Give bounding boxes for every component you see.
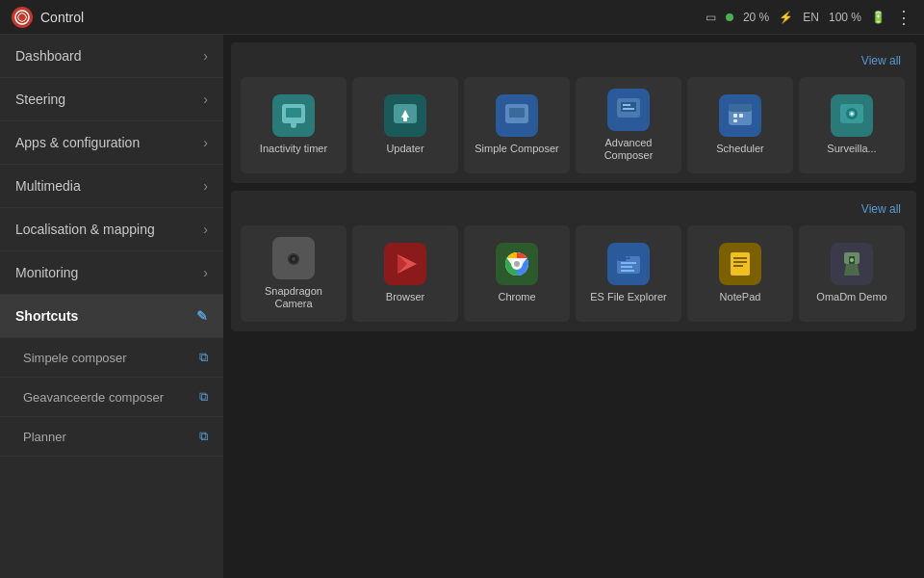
- battery-full-percent: 100 %: [829, 11, 861, 24]
- app-label-browser: Browser: [386, 291, 424, 303]
- sub-label-advanced-composer: Geavanceerde composer: [23, 390, 164, 405]
- app-label-notepad: NotePad: [720, 291, 761, 303]
- app-icon-chrome: [496, 243, 538, 285]
- svg-rect-13: [623, 108, 634, 110]
- svg-rect-36: [621, 266, 632, 268]
- app-label-surveillance: Surveilla...: [827, 143, 876, 155]
- external-icon-simple-composer: ⧉: [199, 350, 208, 365]
- language-label: EN: [803, 11, 819, 24]
- app-tile-omadm-demo[interactable]: OmaDm Demo: [799, 225, 905, 322]
- topbar: Control ▭ 20 % ⚡ EN 100 % 🔋 ⋮: [0, 0, 924, 35]
- app-label-es-file-explorer: ES File Explorer: [590, 291, 666, 303]
- app-tile-advanced-composer[interactable]: Advanced Composer: [576, 77, 681, 173]
- app-icon-scheduler: [719, 94, 761, 137]
- app-tile-chrome[interactable]: Chrome: [464, 225, 570, 322]
- app-icon-snapdragon-camera: [272, 237, 315, 279]
- arrow-icon-monitoring: ›: [203, 265, 208, 280]
- app-label-advanced-composer: Advanced Composer: [579, 137, 678, 162]
- sidebar: Dashboard › Steering › Apps & configurat…: [0, 35, 223, 578]
- svg-rect-9: [511, 119, 523, 121]
- svg-rect-40: [733, 261, 747, 263]
- svg-rect-37: [621, 270, 634, 272]
- view-all-button-1[interactable]: View all: [856, 52, 907, 69]
- section-2-header: View all: [241, 200, 907, 218]
- svg-rect-34: [617, 256, 627, 261]
- app-tile-es-file-explorer[interactable]: ES File Explorer: [576, 225, 681, 322]
- app-icon-notepad: [719, 243, 761, 285]
- main-layout: Dashboard › Steering › Apps & configurat…: [0, 35, 924, 578]
- logo-icon: [14, 10, 30, 25]
- app-icon-advanced-composer: [607, 89, 650, 131]
- app-logo: [12, 7, 33, 28]
- app-label-updater: Updater: [386, 143, 424, 155]
- svg-rect-15: [729, 104, 752, 112]
- sidebar-sub-item-simple-composer[interactable]: Simpele composer ⧉: [0, 338, 223, 378]
- app-title: Control: [40, 10, 706, 25]
- app-label-scheduler: Scheduler: [716, 143, 764, 155]
- view-all-button-2[interactable]: View all: [856, 200, 907, 218]
- svg-point-22: [851, 113, 854, 116]
- app-tile-snapdragon-camera[interactable]: Snapdragon Camera: [241, 225, 346, 322]
- svg-point-26: [292, 257, 295, 261]
- sidebar-label-monitoring: Monitoring: [15, 265, 78, 280]
- app-tile-browser[interactable]: Browser: [352, 225, 458, 322]
- sub-label-simple-composer: Simpele composer: [23, 351, 127, 365]
- battery-percent: 20 %: [743, 11, 769, 24]
- sidebar-item-multimedia[interactable]: Multimedia ›: [0, 165, 223, 208]
- app-icon-es-file-explorer: [607, 243, 650, 285]
- sidebar-label-steering: Steering: [15, 92, 65, 107]
- svg-rect-12: [623, 104, 630, 106]
- svg-rect-8: [509, 108, 525, 118]
- arrow-icon-dashboard: ›: [203, 48, 208, 64]
- battery-rect-icon: ▭: [706, 11, 716, 24]
- svg-point-44: [850, 258, 854, 262]
- app-tile-surveillance[interactable]: Surveilla...: [799, 77, 905, 173]
- apps-grid-2: Snapdragon Camera Browser: [241, 225, 907, 322]
- charge-icon: ⚡: [779, 11, 793, 24]
- sidebar-item-localisation[interactable]: Localisation & mapping ›: [0, 208, 223, 251]
- edit-icon-shortcuts: ✎: [196, 308, 208, 324]
- app-icon-updater: [384, 94, 426, 137]
- arrow-icon-steering: ›: [203, 92, 208, 107]
- content-area: View all Inactivity timer Updater: [223, 35, 924, 578]
- svg-rect-35: [621, 262, 636, 264]
- more-menu-button[interactable]: ⋮: [895, 7, 912, 28]
- app-icon-browser: [384, 243, 426, 285]
- app-icon-surveillance: [831, 94, 873, 137]
- sidebar-item-dashboard[interactable]: Dashboard ›: [0, 35, 223, 78]
- section-2: View all Snapdragon Camera Browser: [231, 191, 916, 331]
- app-tile-simple-composer[interactable]: Simple Composer: [464, 77, 570, 173]
- app-tile-scheduler[interactable]: Scheduler: [687, 77, 793, 173]
- sidebar-item-steering[interactable]: Steering ›: [0, 78, 223, 121]
- svg-point-32: [514, 261, 520, 267]
- sidebar-sub-item-advanced-composer[interactable]: Geavanceerde composer ⧉: [0, 378, 223, 417]
- status-dot: [726, 13, 733, 21]
- app-label-chrome: Chrome: [498, 291, 535, 303]
- section-1: View all Inactivity timer Updater: [231, 42, 916, 183]
- app-tile-inactivity-timer[interactable]: Inactivity timer: [241, 77, 346, 173]
- svg-rect-16: [733, 114, 737, 118]
- app-label-snapdragon-camera: Snapdragon Camera: [244, 285, 343, 310]
- svg-rect-39: [733, 257, 747, 259]
- svg-rect-2: [286, 108, 301, 118]
- svg-rect-27: [288, 247, 294, 251]
- sidebar-item-monitoring[interactable]: Monitoring ›: [0, 251, 223, 295]
- arrow-icon-multimedia: ›: [203, 178, 208, 194]
- external-icon-planner: ⧉: [199, 429, 208, 444]
- sidebar-item-apps-config[interactable]: Apps & configuration ›: [0, 121, 223, 165]
- svg-rect-11: [621, 102, 636, 112]
- app-icon-simple-composer: [496, 94, 538, 137]
- app-label-inactivity-timer: Inactivity timer: [260, 143, 327, 155]
- app-tile-updater[interactable]: Updater: [352, 77, 458, 173]
- app-label-simple-composer: Simple Composer: [475, 143, 558, 155]
- sidebar-label-multimedia: Multimedia: [15, 178, 81, 194]
- sidebar-item-shortcuts[interactable]: Shortcuts ✎: [0, 295, 223, 338]
- svg-rect-41: [733, 265, 743, 267]
- svg-rect-6: [403, 118, 407, 121]
- sidebar-sub-item-planner[interactable]: Planner ⧉: [0, 417, 223, 457]
- app-tile-notepad[interactable]: NotePad: [687, 225, 793, 322]
- svg-rect-38: [731, 252, 750, 276]
- app-label-omadm-demo: OmaDm Demo: [816, 291, 886, 303]
- topbar-right: ▭ 20 % ⚡ EN 100 % 🔋 ⋮: [706, 7, 912, 28]
- sidebar-label-apps-config: Apps & configuration: [15, 135, 140, 150]
